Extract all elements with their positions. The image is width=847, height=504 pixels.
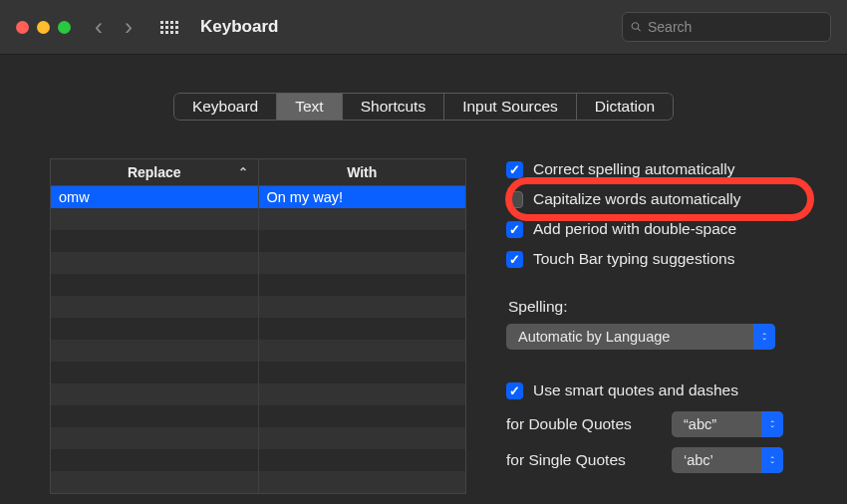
table-row[interactable]: [51, 340, 465, 362]
forward-button[interactable]: ›: [125, 13, 133, 41]
checkbox-icon: [506, 161, 523, 178]
minimize-window-button[interactable]: [37, 21, 50, 34]
sort-chevron-icon: ⌃: [238, 165, 248, 179]
checkbox-label: Capitalize words automatically: [533, 190, 740, 208]
select-value: “abc”: [684, 416, 716, 432]
table-row[interactable]: [51, 318, 465, 340]
checkbox-label: Touch Bar typing suggestions: [533, 250, 734, 268]
checkbox-label: Use smart quotes and dashes: [533, 381, 738, 399]
double-quotes-label: for Double Quotes: [506, 415, 654, 433]
cell-with: On my way!: [259, 186, 466, 208]
spelling-label: Spelling:: [508, 298, 817, 316]
tab-text[interactable]: Text: [277, 93, 342, 121]
show-all-prefs-icon[interactable]: [160, 21, 178, 34]
table-row[interactable]: [51, 449, 465, 471]
capitalize-words-checkbox-row[interactable]: Capitalize words automatically: [506, 190, 817, 208]
table-row[interactable]: omw On my way!: [51, 186, 465, 208]
tab-dictation[interactable]: Dictation: [577, 93, 674, 121]
text-replacement-table: Replace ⌃ With omw On my way!: [50, 158, 466, 494]
tab-bar: Keyboard Text Shortcuts Input Sources Di…: [173, 93, 674, 121]
back-button[interactable]: ‹: [95, 13, 103, 41]
column-header-with[interactable]: With: [259, 159, 466, 185]
column-header-replace[interactable]: Replace ⌃: [51, 159, 259, 185]
table-row[interactable]: [51, 362, 465, 383]
table-row[interactable]: [51, 296, 465, 318]
table-row[interactable]: [51, 208, 465, 230]
checkbox-icon: [506, 251, 523, 268]
double-quotes-select[interactable]: “abc”: [672, 411, 783, 437]
table-row[interactable]: [51, 252, 465, 274]
table-row[interactable]: [51, 405, 465, 427]
close-window-button[interactable]: [16, 21, 29, 34]
checkbox-icon: [506, 221, 523, 238]
tab-shortcuts[interactable]: Shortcuts: [343, 93, 444, 121]
column-label: Replace: [128, 164, 181, 180]
select-arrows-icon: [753, 324, 775, 350]
select-arrows-icon: [761, 411, 783, 437]
table-row[interactable]: [51, 471, 465, 493]
table-row[interactable]: [51, 427, 465, 449]
touch-bar-checkbox-row[interactable]: Touch Bar typing suggestions: [506, 250, 817, 268]
checkbox-label: Add period with double-space: [533, 220, 736, 238]
page-title: Keyboard: [200, 17, 278, 37]
add-period-checkbox-row[interactable]: Add period with double-space: [506, 220, 817, 238]
single-quotes-select[interactable]: ‘abc’: [672, 447, 783, 473]
table-row[interactable]: [51, 383, 465, 405]
correct-spelling-checkbox-row[interactable]: Correct spelling automatically: [506, 160, 817, 178]
select-value: Automatic by Language: [518, 329, 670, 345]
checkbox-label: Correct spelling automatically: [533, 160, 734, 178]
table-row[interactable]: [51, 230, 465, 252]
checkbox-icon: [506, 382, 523, 399]
table-row[interactable]: [51, 274, 465, 296]
cell-replace: omw: [51, 186, 259, 208]
column-label: With: [347, 164, 377, 180]
select-arrows-icon: [761, 447, 783, 473]
smart-quotes-checkbox-row[interactable]: Use smart quotes and dashes: [506, 381, 817, 399]
search-box[interactable]: [622, 12, 831, 42]
search-icon: [631, 20, 642, 34]
select-value: ‘abc’: [684, 452, 713, 468]
spelling-select[interactable]: Automatic by Language: [506, 324, 775, 350]
tab-input-sources[interactable]: Input Sources: [444, 93, 577, 121]
tab-keyboard[interactable]: Keyboard: [173, 93, 277, 121]
single-quotes-label: for Single Quotes: [506, 451, 654, 469]
checkbox-icon: [506, 191, 523, 208]
search-input[interactable]: [648, 19, 822, 35]
zoom-window-button[interactable]: [58, 21, 71, 34]
